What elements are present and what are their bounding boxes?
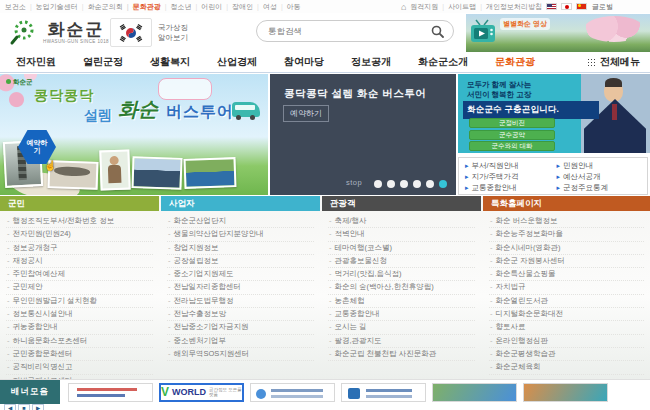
- section-link[interactable]: 화순특산물쇼핑몰: [489, 268, 644, 281]
- section-link[interactable]: 하니움문화스포츠센터: [6, 335, 153, 348]
- section-link[interactable]: 전자민원(민원24): [6, 228, 153, 241]
- section-link[interactable]: 해외무역SOS지원센터: [167, 348, 314, 361]
- banner-control-button[interactable]: ▶: [32, 404, 44, 410]
- china-flag-icon[interactable]: [576, 3, 587, 10]
- section-link[interactable]: 화순의 숲(백아산,한천휴양림): [328, 281, 475, 294]
- banner-item[interactable]: [432, 383, 517, 402]
- utility-link[interactable]: 화순군의회: [78, 2, 123, 12]
- section-link[interactable]: 중소벤처기업부: [167, 335, 314, 348]
- utility-right-link[interactable]: 사이트맵: [438, 2, 476, 12]
- quick-link[interactable]: 군정주요통계: [556, 182, 641, 193]
- section-link[interactable]: 향토사료: [489, 321, 644, 334]
- nav-item[interactable]: 산업경제: [217, 55, 257, 69]
- nav-item[interactable]: 생활복지: [150, 55, 190, 69]
- section-link[interactable]: 행정조직도부서/전화번호 정보: [6, 215, 153, 228]
- utility-link[interactable]: 여성: [253, 2, 277, 12]
- banner-item[interactable]: [341, 383, 426, 402]
- section-link[interactable]: 전남일자리종합센터: [167, 281, 314, 294]
- section-link[interactable]: 정보통신시설안내: [6, 308, 153, 321]
- section-link[interactable]: 화순군평생학습관: [489, 348, 644, 361]
- bus-tour-banner[interactable]: 화순군 콩닥콩닥 설렘 화순 버스투어 예약하기 ☝: [0, 74, 268, 195]
- slider-dot[interactable]: [439, 180, 447, 188]
- search-input[interactable]: [266, 25, 431, 37]
- banner-control-button[interactable]: ■: [18, 404, 30, 410]
- section-link[interactable]: 화순시네마(영화관): [489, 242, 644, 255]
- utility-link[interactable]: 장애인: [222, 2, 253, 12]
- section-link[interactable]: 중소기업지원제도: [167, 268, 314, 281]
- section-link[interactable]: 주민참여예산제: [6, 268, 153, 281]
- section-link[interactable]: 화순 버스운행정보: [489, 215, 644, 228]
- governor-menu-button[interactable]: 군수와의 대화: [469, 141, 555, 151]
- nav-item[interactable]: 전자민원: [16, 55, 56, 69]
- section-link[interactable]: 전라남도법무행정: [167, 295, 314, 308]
- section-link[interactable]: 테마여행(코스별): [328, 242, 475, 255]
- banner-item[interactable]: [68, 383, 153, 402]
- section-link[interactable]: 축제/행사: [328, 215, 475, 228]
- reserve-button[interactable]: 예약하기: [283, 105, 329, 122]
- section-link[interactable]: 생물의약산업단지분양안내: [167, 228, 314, 241]
- site-logo[interactable]: 화순군 HWASUN-GUN SINCE 1018: [8, 17, 109, 47]
- quick-link[interactable]: 부서/직원안내: [465, 160, 556, 171]
- section-link[interactable]: 재정공시: [6, 255, 153, 268]
- section-link[interactable]: 먹거리(맛집,음식점): [328, 268, 475, 281]
- section-link[interactable]: 적벽안내: [328, 228, 475, 241]
- promo-video-banner[interactable]: 별별화순 영상: [466, 14, 650, 52]
- section-link[interactable]: 화순군립 천불천탑 사진문화관: [328, 348, 475, 361]
- section-link[interactable]: 오시는 길: [328, 321, 475, 334]
- slider-stop-button[interactable]: stop: [346, 178, 362, 187]
- section-link[interactable]: 교통종합안내: [328, 308, 475, 321]
- nav-item[interactable]: 화순군소개: [418, 55, 468, 69]
- section-link[interactable]: 화순군산업단지: [167, 215, 314, 228]
- nav-item[interactable]: 열린군정: [83, 55, 123, 69]
- vworld-banner[interactable]: V WORLD 공간정보 오픈플랫폼: [159, 383, 244, 402]
- governor-menu-button[interactable]: 군정비전: [469, 118, 555, 128]
- slider-dot[interactable]: [374, 180, 382, 188]
- nav-item[interactable]: 문화관광: [495, 55, 535, 69]
- section-link[interactable]: 화순군 자원봉사센터: [489, 255, 644, 268]
- section-link[interactable]: 화순열린도서관: [489, 295, 644, 308]
- section-link[interactable]: 공직비리익명신고: [6, 361, 153, 374]
- section-link[interactable]: 귀농종합안내: [6, 321, 153, 334]
- governor-menu-button[interactable]: 군수공약: [469, 130, 555, 140]
- section-link[interactable]: 관광홍보물신청: [328, 255, 475, 268]
- slider-dot[interactable]: [387, 180, 395, 188]
- governor-box[interactable]: 모두가 함께 잘사는 서민이 행복한 고장 화순군수 구충곤입니다. 군정비전군…: [458, 74, 650, 153]
- global-link[interactable]: 글로벌: [592, 2, 613, 12]
- slider-dot[interactable]: [400, 180, 408, 188]
- utility-link[interactable]: 문화관광: [123, 2, 161, 12]
- section-link[interactable]: 화순군체육회: [489, 361, 644, 374]
- section-link[interactable]: 전남중소기업자금지원: [167, 321, 314, 334]
- banner-item[interactable]: [250, 383, 335, 402]
- section-link[interactable]: 정보공개청구: [6, 242, 153, 255]
- section-link[interactable]: 창업지원정보: [167, 242, 314, 255]
- slider-dot[interactable]: [426, 180, 434, 188]
- utility-right-link[interactable]: 개인정보처리방침: [476, 2, 542, 12]
- all-menu-button[interactable]: 전체메뉴: [587, 55, 640, 69]
- section-link[interactable]: 공장설립정보: [167, 255, 314, 268]
- utility-link[interactable]: 어린이: [191, 2, 222, 12]
- section-link[interactable]: 농촌체험: [328, 295, 475, 308]
- us-flag-icon[interactable]: [546, 3, 557, 10]
- quick-link[interactable]: 예산서공개: [556, 171, 641, 182]
- section-link[interactable]: 무인민원발급기 설치현황: [6, 295, 153, 308]
- section-link[interactable]: 군민종합문화센터: [6, 348, 153, 361]
- section-link[interactable]: 전남수출정보망: [167, 308, 314, 321]
- japan-flag-icon[interactable]: [561, 3, 572, 10]
- utility-right-link[interactable]: 원격지원: [410, 2, 438, 12]
- banner-control-button[interactable]: ◀: [4, 404, 16, 410]
- banner-item[interactable]: [523, 383, 608, 402]
- section-link[interactable]: 온라인행정심판: [489, 335, 644, 348]
- quick-link[interactable]: 민원안내: [556, 160, 641, 171]
- section-link[interactable]: 디지털화순문화대전: [489, 308, 644, 321]
- nav-item[interactable]: 참여마당: [284, 55, 324, 69]
- utility-link[interactable]: 보건소: [5, 2, 26, 12]
- section-link[interactable]: 군민제안: [6, 281, 153, 294]
- nav-item[interactable]: 정보공개: [351, 55, 391, 69]
- search-button[interactable]: [431, 25, 444, 38]
- section-link[interactable]: 팔경,관광지도: [328, 335, 475, 348]
- slider-dot[interactable]: [413, 180, 421, 188]
- utility-link[interactable]: 농업기술센터: [26, 2, 78, 12]
- quick-link[interactable]: 지가/주택가격: [465, 171, 556, 182]
- section-link[interactable]: 자치법규: [489, 281, 644, 294]
- national-symbol-link[interactable]: 국가상징 알아보기: [158, 23, 188, 42]
